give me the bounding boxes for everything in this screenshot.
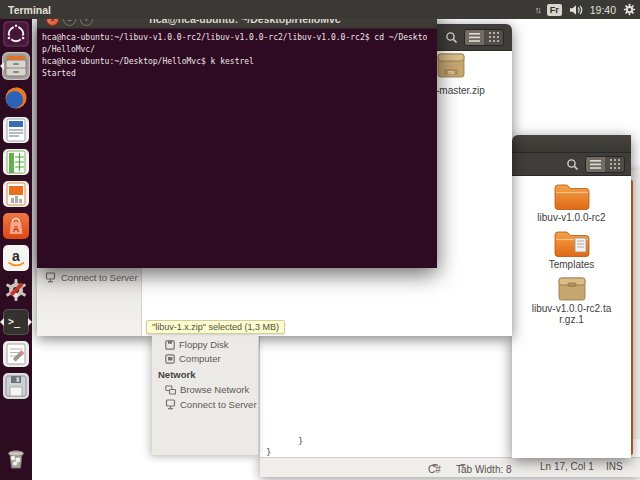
sidebar-item-label: Connect to Server bbox=[61, 272, 138, 283]
window-titlebar[interactable] bbox=[512, 135, 631, 153]
launcher-libreoffice-impress-icon[interactable] bbox=[3, 181, 29, 207]
nautilus-sidebar: Connect to Server bbox=[37, 268, 142, 336]
sidebar-item-label: Browse Network bbox=[180, 384, 249, 395]
search-icon[interactable] bbox=[445, 31, 458, 44]
unity-launcher: A a bbox=[0, 19, 32, 480]
launcher-gedit-icon[interactable] bbox=[3, 341, 29, 367]
sidebar-item-label: Computer bbox=[179, 353, 221, 364]
active-app-title: Terminal bbox=[8, 4, 51, 16]
folder-icon bbox=[554, 183, 590, 210]
chevron-down-icon bbox=[432, 464, 438, 470]
svg-text:a: a bbox=[12, 248, 20, 264]
folder-templates-icon bbox=[554, 230, 590, 257]
connect-to-server-icon bbox=[45, 272, 56, 283]
launcher-firefox-icon[interactable] bbox=[3, 85, 29, 111]
terminal-output[interactable]: hca@hca-ubuntu:~/libuv-v1.0.0-rc2/libuv-… bbox=[37, 29, 437, 83]
computer-icon bbox=[165, 354, 175, 364]
terminal-line: hca@hca-ubuntu:~/Desktop/HelloMvc$ k kes… bbox=[42, 56, 432, 68]
launcher-dash-icon[interactable] bbox=[3, 21, 29, 47]
archive-zip-icon: zip bbox=[436, 53, 466, 78]
top-panel: Terminal ↑↓ Fr 19:40 bbox=[0, 0, 640, 19]
sidebar-item-label: Floppy Disk bbox=[179, 339, 229, 350]
terminal-line: p/HelloMvc/ bbox=[42, 44, 432, 56]
launcher-libreoffice-calc-icon[interactable] bbox=[3, 149, 29, 175]
grid-view-icon bbox=[610, 159, 620, 169]
focused-indicator-arrow bbox=[28, 318, 32, 326]
file-name: Templates bbox=[549, 259, 595, 270]
browse-network-icon bbox=[165, 385, 176, 395]
launcher-trash-icon[interactable] bbox=[3, 445, 29, 471]
terminal-window[interactable]: ✕ – ▫ hca@hca-ubuntu: ~/Desktop/HelloMvc… bbox=[37, 10, 437, 268]
terminal-line: Started bbox=[42, 68, 432, 80]
svg-text:A: A bbox=[13, 224, 20, 234]
sidebar-item-label: Connect to Server bbox=[180, 399, 257, 410]
sidebar-item-connect-to-server[interactable]: Connect to Server bbox=[37, 268, 141, 283]
gedit-status-bar: C# Tab Width: 8 Ln 17, Col 1 INS bbox=[260, 457, 640, 477]
svg-text:>_: >_ bbox=[8, 316, 21, 328]
clock[interactable]: 19:40 bbox=[590, 4, 616, 16]
volume-icon[interactable] bbox=[569, 4, 583, 16]
list-view-icon bbox=[590, 160, 601, 169]
keyboard-layout-indicator[interactable]: Fr bbox=[547, 4, 562, 16]
session-gear-icon[interactable] bbox=[623, 3, 636, 16]
file-manager-window-right[interactable]: libuv-v1.0.0-rc2 Templates libuv-v1.0.0-… bbox=[512, 135, 631, 458]
connect-to-server-icon bbox=[165, 399, 176, 410]
launcher-libreoffice-writer-icon[interactable] bbox=[3, 117, 29, 143]
file-name: -master.zip bbox=[436, 85, 508, 96]
launcher-files-icon[interactable] bbox=[3, 53, 29, 79]
code-fragment: } bbox=[266, 447, 271, 457]
network-indicator-icon[interactable]: ↑↓ bbox=[535, 5, 540, 15]
running-indicator-arrow bbox=[0, 318, 4, 326]
launcher-terminal-icon[interactable]: >_ bbox=[3, 309, 29, 335]
launcher-floppy-icon[interactable] bbox=[3, 373, 29, 399]
file-item[interactable]: Templates bbox=[524, 230, 620, 270]
file-item[interactable]: libuv-v1.0.0-rc2 bbox=[524, 183, 620, 223]
sidebar-item-floppy-disk[interactable]: Floppy Disk bbox=[165, 339, 229, 350]
sidebar-item-computer[interactable]: Computer bbox=[165, 353, 221, 364]
terminal-line: hca@hca-ubuntu:~/libuv-v1.0.0-rc2/libuv-… bbox=[42, 32, 432, 44]
cursor-position: Ln 17, Col 1 bbox=[540, 461, 594, 472]
desktop: } } C# Tab Width: 8 Ln 17, Col 1 INS bbox=[0, 0, 640, 480]
code-fragment: } bbox=[298, 436, 303, 446]
sidebar-item-connect-to-server[interactable]: Connect to Server bbox=[165, 399, 257, 410]
file-name: libuv-v1.0.0-rc2.tar.gz.1 bbox=[530, 303, 614, 325]
launcher-system-settings-icon[interactable] bbox=[3, 277, 29, 303]
nautilus-toolbar bbox=[512, 153, 631, 176]
chevron-down-icon bbox=[460, 464, 466, 470]
archive-icon bbox=[557, 277, 587, 301]
list-view-icon bbox=[469, 33, 480, 42]
grid-view-icon bbox=[489, 32, 499, 42]
grid-view-button[interactable] bbox=[605, 157, 624, 172]
sidebar-section-network: Network bbox=[158, 369, 195, 380]
search-icon[interactable] bbox=[566, 158, 579, 171]
list-view-button[interactable] bbox=[586, 157, 605, 172]
launcher-software-center-icon[interactable]: A bbox=[3, 213, 29, 239]
floppy-disk-icon bbox=[165, 340, 175, 350]
file-item[interactable]: zip -master.zip bbox=[436, 53, 508, 96]
sidebar-item-browse-network[interactable]: Browse Network bbox=[165, 384, 249, 395]
insert-mode-indicator: INS bbox=[606, 461, 623, 472]
file-manager-places-sidebar: Floppy Disk Computer Network Browse Netw… bbox=[152, 336, 259, 455]
nautilus-content: libuv-v1.0.0-rc2 Templates libuv-v1.0.0-… bbox=[512, 176, 631, 325]
launcher-amazon-icon[interactable]: a bbox=[3, 245, 29, 271]
selection-status-tooltip: "libuv-1.x.zip" selected (1,3 MB) bbox=[146, 320, 285, 334]
file-name: libuv-v1.0.0-rc2 bbox=[537, 212, 605, 223]
grid-view-button[interactable] bbox=[484, 30, 503, 45]
running-indicator-arrow bbox=[0, 62, 4, 70]
zip-badge: zip bbox=[447, 69, 454, 75]
list-view-button[interactable] bbox=[465, 30, 484, 45]
file-item[interactable]: libuv-v1.0.0-rc2.tar.gz.1 bbox=[524, 277, 620, 325]
